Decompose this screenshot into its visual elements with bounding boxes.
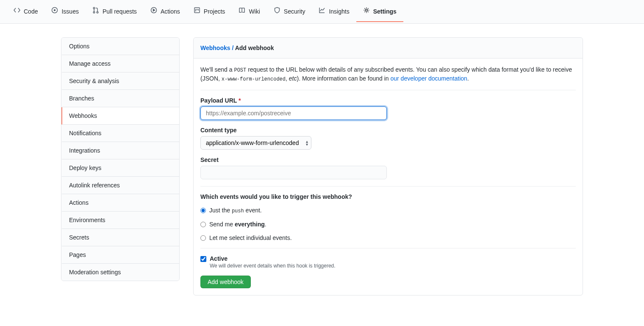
main-panel: Webhooks / Add webhook We'll send a POST… bbox=[193, 37, 583, 295]
radio-strong: everything bbox=[235, 221, 265, 228]
active-text-wrap: Active We will deliver event details whe… bbox=[210, 255, 336, 269]
tab-label: Insights bbox=[329, 5, 349, 18]
intro-part: We'll send a bbox=[200, 66, 234, 73]
intro-text: We'll send a POST request to the URL bel… bbox=[200, 65, 576, 90]
tab-projects[interactable]: Projects bbox=[187, 2, 232, 22]
repo-nav-inner: Code Issues Pull requests Actions Projec… bbox=[0, 2, 403, 22]
tab-label: Issues bbox=[61, 5, 78, 18]
radio-everything[interactable]: Send me everything. bbox=[200, 221, 576, 228]
tab-wiki[interactable]: Wiki bbox=[232, 2, 266, 22]
panel-header: Webhooks / Add webhook bbox=[194, 38, 583, 59]
intro-code: x-www-form-urlencoded bbox=[222, 76, 286, 82]
tab-label: Pull requests bbox=[103, 5, 137, 18]
content-type-group: Content type application/x-www-form-urle… bbox=[200, 127, 576, 150]
tab-label: Wiki bbox=[249, 5, 260, 18]
radio-code: push bbox=[232, 208, 244, 214]
tab-label: Settings bbox=[373, 5, 397, 18]
select-wrap: application/x-www-form-urlencoded ▴▾ bbox=[200, 136, 311, 150]
radio-just-push-label[interactable]: Just the push event. bbox=[209, 207, 262, 214]
shield-icon bbox=[274, 5, 280, 18]
sidebar-item-secrets[interactable]: Secrets bbox=[61, 229, 179, 246]
tab-insights[interactable]: Insights bbox=[312, 2, 356, 22]
radio-just-push[interactable]: Just the push event. bbox=[200, 207, 576, 214]
radio-individual[interactable]: Let me select individual events. bbox=[200, 234, 576, 241]
sidebar-item-moderation[interactable]: Moderation settings bbox=[61, 264, 179, 281]
sidebar-item-options[interactable]: Options bbox=[61, 38, 179, 55]
book-icon bbox=[239, 5, 245, 18]
radio-everything-label[interactable]: Send me everything. bbox=[209, 221, 266, 228]
breadcrumb-webhooks-link[interactable]: Webhooks bbox=[200, 45, 230, 51]
tab-label: Code bbox=[24, 5, 38, 18]
play-icon bbox=[150, 5, 157, 18]
svg-point-3 bbox=[93, 11, 95, 13]
divider bbox=[200, 186, 576, 187]
sidebar-item-deploy-keys[interactable]: Deploy keys bbox=[61, 159, 179, 177]
sidebar-item-pages[interactable]: Pages bbox=[61, 246, 179, 264]
label-text: Payload URL bbox=[200, 97, 237, 104]
add-webhook-button[interactable]: Add webhook bbox=[200, 276, 251, 288]
secret-input[interactable] bbox=[200, 166, 387, 179]
tab-label: Security bbox=[284, 5, 305, 18]
radio-everything-input[interactable] bbox=[200, 222, 206, 227]
secret-group: Secret bbox=[200, 156, 576, 179]
intro-code: POST bbox=[234, 67, 246, 73]
developer-docs-link[interactable]: our developer documentation bbox=[391, 75, 467, 82]
sidebar-menu: Options Manage access Security & analysi… bbox=[61, 37, 180, 281]
tab-label: Projects bbox=[204, 5, 225, 18]
sidebar-item-notifications[interactable]: Notifications bbox=[61, 125, 179, 142]
graph-icon bbox=[319, 5, 325, 18]
settings-sidebar: Options Manage access Security & analysi… bbox=[61, 37, 180, 295]
breadcrumb-current: Add webhook bbox=[235, 45, 274, 51]
tab-actions[interactable]: Actions bbox=[144, 2, 187, 22]
gear-icon bbox=[363, 5, 370, 18]
repo-nav: Code Issues Pull requests Actions Projec… bbox=[0, 0, 644, 24]
intro-part: . bbox=[467, 75, 469, 82]
divider bbox=[200, 248, 576, 248]
tab-issues[interactable]: Issues bbox=[44, 2, 85, 22]
payload-url-label: Payload URL * bbox=[200, 97, 576, 104]
svg-point-2 bbox=[93, 7, 95, 9]
issue-icon bbox=[51, 5, 58, 18]
payload-url-group: Payload URL * bbox=[200, 97, 576, 120]
radio-just-push-input[interactable] bbox=[200, 208, 206, 213]
tab-pull-requests[interactable]: Pull requests bbox=[86, 2, 144, 22]
page-container: Options Manage access Security & analysi… bbox=[51, 24, 593, 309]
panel-body: We'll send a POST request to the URL bel… bbox=[194, 59, 583, 295]
active-description: We will deliver event details when this … bbox=[210, 263, 336, 269]
radio-individual-input[interactable] bbox=[200, 235, 206, 241]
active-checkbox-row[interactable]: Active We will deliver event details whe… bbox=[200, 255, 576, 269]
events-heading: Which events would you like to trigger t… bbox=[200, 193, 576, 200]
sidebar-item-branches[interactable]: Branches bbox=[61, 90, 179, 107]
payload-url-input[interactable] bbox=[200, 106, 387, 120]
active-checkbox[interactable] bbox=[200, 256, 206, 262]
required-mark: * bbox=[239, 97, 241, 104]
sidebar-item-webhooks[interactable]: Webhooks bbox=[61, 107, 179, 125]
project-icon bbox=[194, 5, 200, 18]
sidebar-item-autolink-references[interactable]: Autolink references bbox=[61, 177, 179, 194]
pull-request-icon bbox=[92, 5, 99, 18]
sidebar-item-actions[interactable]: Actions bbox=[61, 194, 179, 212]
intro-part: ). More information can be found in bbox=[297, 75, 390, 82]
sidebar-item-environments[interactable]: Environments bbox=[61, 212, 179, 229]
breadcrumb-separator: / bbox=[230, 45, 235, 51]
active-label[interactable]: Active bbox=[210, 255, 336, 262]
sidebar-item-integrations[interactable]: Integrations bbox=[61, 142, 179, 159]
svg-point-7 bbox=[365, 9, 367, 11]
secret-label: Secret bbox=[200, 156, 576, 163]
svg-point-1 bbox=[54, 9, 56, 11]
tab-code[interactable]: Code bbox=[7, 2, 44, 22]
radio-text: Just the bbox=[209, 207, 232, 214]
code-icon bbox=[14, 5, 20, 18]
sidebar-item-manage-access[interactable]: Manage access bbox=[61, 55, 179, 72]
content-type-select[interactable]: application/x-www-form-urlencoded bbox=[200, 136, 311, 150]
tab-security[interactable]: Security bbox=[267, 2, 312, 22]
svg-point-4 bbox=[97, 11, 98, 13]
radio-text: . bbox=[265, 221, 266, 228]
radio-individual-label[interactable]: Let me select individual events. bbox=[209, 234, 292, 241]
sidebar-item-security-analysis[interactable]: Security & analysis bbox=[61, 72, 179, 90]
tab-settings[interactable]: Settings bbox=[356, 2, 403, 22]
tab-label: Actions bbox=[161, 5, 180, 18]
intro-em: etc bbox=[289, 75, 297, 82]
radio-text: event. bbox=[244, 207, 262, 214]
radio-text: Send me bbox=[209, 221, 235, 228]
